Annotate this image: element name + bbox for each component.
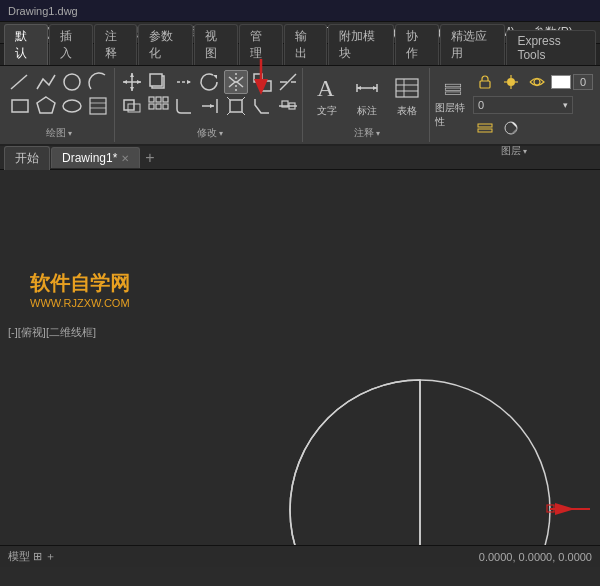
tab-annotation[interactable]: 注释 — [94, 24, 138, 65]
svg-rect-25 — [156, 97, 161, 102]
svg-rect-61 — [478, 124, 492, 127]
mirror-icon[interactable] — [224, 70, 248, 94]
group-annotation: A 文字 标注 表格 注释 ▾ — [305, 68, 430, 142]
ellipse-icon[interactable] — [60, 94, 84, 118]
tab-view[interactable]: 视图 — [194, 24, 238, 65]
group-layers: 图层特性 0 — [432, 68, 596, 142]
group-draw: 绘图 ▾ — [4, 68, 115, 142]
svg-rect-2 — [12, 100, 28, 112]
svg-line-35 — [242, 97, 245, 100]
text-large-icon[interactable]: A 文字 — [309, 72, 345, 120]
tab-parametric[interactable]: 参数化 — [138, 24, 193, 65]
layer-dropdown-chevron: ▾ — [563, 100, 568, 110]
svg-rect-29 — [163, 104, 168, 109]
svg-rect-62 — [478, 129, 492, 132]
tab-collaborate[interactable]: 协作 — [395, 24, 439, 65]
text-label: 文字 — [317, 104, 337, 118]
line-icon[interactable] — [8, 70, 32, 94]
modify-label: 修改 ▾ — [197, 124, 223, 140]
circle-icon[interactable] — [60, 70, 84, 94]
extend-icon[interactable] — [198, 94, 222, 118]
fillet-icon[interactable] — [172, 94, 196, 118]
layer-color-swatch[interactable] — [551, 75, 571, 89]
draw-row2 — [8, 94, 110, 118]
rect-icon[interactable] — [8, 94, 32, 118]
layer-lock-icon[interactable] — [473, 70, 497, 94]
doc-tab-drawing1[interactable]: Drawing1* ✕ — [51, 147, 140, 168]
svg-marker-9 — [130, 87, 134, 91]
svg-text:A: A — [317, 75, 335, 101]
svg-rect-51 — [445, 84, 460, 87]
modify-row2 — [120, 94, 300, 118]
svg-line-0 — [11, 75, 27, 89]
tab-featured[interactable]: 精选应用 — [440, 24, 506, 65]
svg-rect-26 — [163, 97, 168, 102]
draw-chevron[interactable]: ▾ — [68, 129, 72, 138]
hatch-icon[interactable] — [86, 94, 110, 118]
explode-icon[interactable] — [224, 94, 248, 118]
arc-icon[interactable] — [86, 70, 110, 94]
scale-icon[interactable] — [250, 70, 274, 94]
offset-icon[interactable] — [120, 94, 144, 118]
draw-label: 绘图 ▾ — [46, 124, 72, 140]
stretch-icon[interactable] — [172, 70, 196, 94]
doc-tab-close-icon[interactable]: ✕ — [121, 153, 129, 164]
trim-icon[interactable] — [276, 70, 300, 94]
doc-tab-start[interactable]: 开始 — [4, 146, 50, 170]
svg-marker-3 — [37, 97, 55, 113]
tab-output[interactable]: 输出 — [284, 24, 328, 65]
modify-chevron[interactable]: ▾ — [219, 129, 223, 138]
polygon-icon[interactable] — [34, 94, 58, 118]
color-icon[interactable] — [499, 116, 523, 140]
tab-insert[interactable]: 插入 — [49, 24, 93, 65]
group-modify: 修改 ▾ — [117, 68, 303, 142]
svg-marker-11 — [137, 80, 141, 84]
coords-display: 0.0000, 0.0000, 0.0000 — [479, 551, 592, 563]
title-bar: Drawing1.dwg — [0, 0, 600, 22]
layers-chevron[interactable]: ▾ — [523, 147, 527, 156]
annotation-label: 注释 ▾ — [354, 124, 380, 140]
drawing-canvas — [0, 170, 600, 567]
start-tab-label: 开始 — [15, 150, 39, 167]
svg-line-36 — [227, 112, 230, 115]
align-icon[interactable] — [276, 94, 300, 118]
chamfer-icon[interactable] — [250, 94, 274, 118]
array-icon[interactable] — [146, 94, 170, 118]
svg-rect-24 — [149, 97, 154, 102]
table-large-icon[interactable]: 表格 — [389, 72, 425, 120]
drawing-area[interactable]: [-][俯视][二维线框] 软件自学网 WWW.RJZXW.COM 模型 ⊞ ＋… — [0, 170, 600, 567]
add-tab-button[interactable]: + — [141, 149, 158, 167]
layer-sun-icon[interactable] — [499, 70, 523, 94]
layer-props-icon[interactable]: 图层特性 — [435, 81, 471, 129]
svg-point-60 — [534, 79, 540, 85]
layer-visible-icon[interactable] — [525, 70, 549, 94]
svg-rect-52 — [445, 88, 460, 91]
tab-default[interactable]: 默认 — [4, 24, 48, 65]
svg-rect-13 — [150, 74, 162, 86]
svg-rect-54 — [480, 81, 490, 88]
tab-manage[interactable]: 管理 — [239, 24, 283, 65]
move-icon[interactable] — [120, 70, 144, 94]
tab-addons[interactable]: 附加模块 — [328, 24, 394, 65]
modify-row1 — [120, 70, 300, 94]
layer-dropdown-label: 0 — [478, 99, 484, 111]
annotation-chevron[interactable]: ▾ — [376, 129, 380, 138]
drawing1-tab-label: Drawing1* — [62, 151, 117, 165]
svg-marker-15 — [213, 75, 217, 79]
model-label: 模型 ⊞ ＋ — [8, 549, 56, 564]
svg-rect-5 — [90, 98, 106, 114]
svg-line-37 — [242, 112, 245, 115]
layer-dropdown[interactable]: 0 ▾ — [473, 96, 573, 114]
ribbon-panel: 绘图 ▾ — [0, 66, 600, 146]
copy-icon[interactable] — [146, 70, 170, 94]
svg-rect-53 — [445, 92, 460, 95]
dim-large-icon[interactable]: 标注 — [349, 72, 385, 120]
layer-icon2[interactable] — [473, 116, 497, 140]
svg-marker-32 — [210, 104, 214, 108]
svg-rect-22 — [124, 100, 134, 110]
rotate-icon[interactable] — [198, 70, 222, 94]
svg-point-55 — [507, 78, 515, 86]
tab-express-tools[interactable]: Express Tools — [506, 30, 596, 65]
polyline-icon[interactable] — [34, 70, 58, 94]
svg-marker-10 — [123, 80, 127, 84]
